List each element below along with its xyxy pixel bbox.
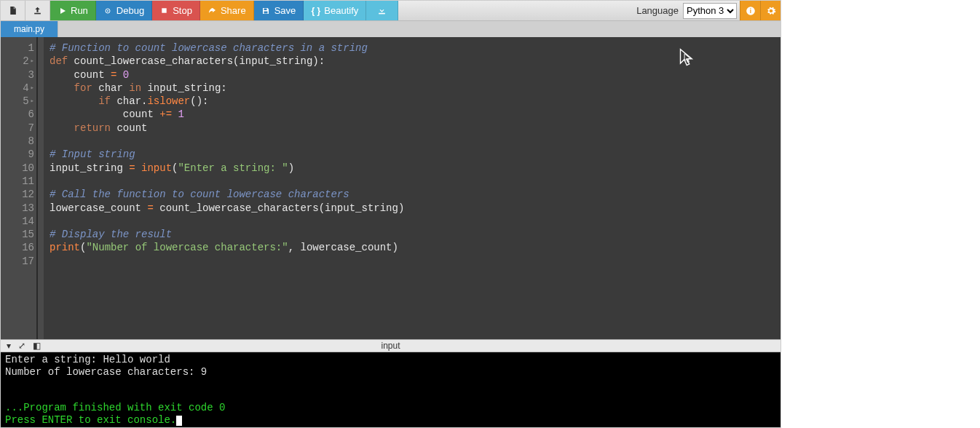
- code-line: # Call the function to count lowercase c…: [50, 189, 349, 200]
- code-token: [50, 95, 98, 107]
- language-label: Language: [632, 1, 683, 20]
- code-token: print: [50, 242, 80, 253]
- code-token: [116, 69, 122, 81]
- code-token: [135, 162, 141, 174]
- console-line: Enter a string: Hello world: [5, 354, 170, 365]
- svg-rect-6: [379, 13, 385, 15]
- tab-label: main.py: [14, 24, 44, 34]
- info-icon: i: [746, 6, 756, 16]
- code-token: ): [288, 162, 294, 174]
- console-finished-line: ...Program finished with exit code 0: [5, 402, 225, 413]
- collapse-console-icon[interactable]: ▾: [7, 341, 11, 351]
- code-token: lowercase_count: [50, 202, 147, 214]
- code-line: # Display the result: [50, 229, 172, 240]
- file-icon: [8, 6, 17, 15]
- debug-icon: [103, 6, 113, 15]
- code-token: return: [74, 122, 111, 134]
- code-token: ():: [190, 95, 208, 107]
- expand-console-icon[interactable]: ⤢: [18, 341, 25, 351]
- code-token: char.: [111, 95, 147, 107]
- line-gutter: 1 2▸ 3 4▸ 5▸ 6 7 8 9 10 11 12 13 14 15 1…: [1, 37, 37, 339]
- beautify-label: Beautify: [324, 5, 358, 16]
- code-token: "Enter a string: ": [178, 162, 288, 174]
- svg-rect-5: [264, 11, 268, 13]
- code-token: 1: [178, 108, 183, 120]
- console-toolbar: ▾ ⤢ ◧ input: [1, 339, 781, 352]
- svg-rect-3: [162, 8, 166, 12]
- new-file-button[interactable]: [1, 1, 25, 20]
- download-button[interactable]: [366, 1, 398, 20]
- code-token: input: [141, 162, 172, 174]
- code-token: if: [98, 95, 111, 107]
- language-select[interactable]: Python 3: [683, 3, 737, 19]
- code-token: input_string: [50, 162, 129, 174]
- code-token: char: [92, 82, 129, 94]
- stop-label: Stop: [173, 5, 192, 16]
- code-token: islower: [147, 95, 190, 107]
- tab-main-py[interactable]: main.py: [1, 21, 58, 37]
- code-token: count: [50, 108, 159, 120]
- debug-button[interactable]: Debug: [96, 1, 152, 20]
- code-token: count: [111, 122, 147, 134]
- code-token: def: [50, 55, 68, 67]
- gear-icon: [766, 6, 776, 16]
- code-token: (input_string):: [233, 55, 325, 67]
- info-button[interactable]: i: [740, 1, 760, 20]
- code-token: =: [129, 162, 135, 174]
- debug-label: Debug: [116, 5, 144, 16]
- code-line: # Function to count lowercase characters…: [50, 42, 368, 54]
- code-token: count_lowercase_characters(input_string): [154, 202, 404, 214]
- save-label: Save: [274, 5, 296, 16]
- save-button[interactable]: Save: [254, 1, 304, 20]
- stop-icon: [159, 6, 169, 15]
- code-token: in: [129, 82, 141, 94]
- code-content[interactable]: # Function to count lowercase characters…: [44, 37, 781, 339]
- code-token: , lowercase_count): [288, 242, 398, 253]
- console-output[interactable]: Enter a string: Hello world Number of lo…: [1, 352, 781, 427]
- code-token: [50, 122, 74, 134]
- svg-rect-0: [34, 13, 41, 15]
- download-icon: [377, 6, 387, 15]
- run-button[interactable]: Run: [50, 1, 96, 20]
- toolbar-spacer: [398, 1, 632, 20]
- code-token: count: [50, 69, 111, 81]
- code-token: =: [147, 202, 153, 214]
- play-icon: [58, 6, 67, 15]
- code-token: for: [74, 82, 92, 94]
- share-icon: [208, 6, 217, 15]
- code-token: 0: [123, 69, 129, 81]
- console-line: Number of lowercase characters: 9: [5, 366, 207, 378]
- code-token: count_lowercase_characters: [68, 55, 233, 67]
- run-label: Run: [71, 5, 88, 16]
- code-token: input_string:: [141, 82, 227, 94]
- code-token: +=: [159, 108, 172, 120]
- upload-icon: [33, 6, 42, 15]
- file-tabs: main.py: [1, 21, 781, 37]
- toolbar: Run Debug Stop Share Save {: [1, 1, 781, 21]
- code-token: "Number of lowercase characters:": [86, 242, 288, 253]
- save-icon: [261, 6, 271, 15]
- console-title: input: [381, 341, 400, 351]
- console-cursor: [176, 416, 182, 426]
- beautify-button[interactable]: { } Beautify: [304, 1, 366, 20]
- svg-point-2: [107, 10, 108, 12]
- share-label: Share: [221, 5, 246, 16]
- svg-rect-4: [264, 8, 267, 10]
- upload-button[interactable]: [25, 1, 50, 20]
- clear-console-icon[interactable]: ◧: [33, 341, 41, 351]
- settings-button[interactable]: [760, 1, 781, 20]
- code-editor[interactable]: 1 2▸ 3 4▸ 5▸ 6 7 8 9 10 11 12 13 14 15 1…: [1, 37, 781, 339]
- code-line: # Input string: [50, 148, 135, 160]
- console-prompt-line: Press ENTER to exit console.: [5, 414, 176, 426]
- share-button[interactable]: Share: [200, 1, 254, 20]
- svg-text:i: i: [749, 7, 751, 14]
- braces-icon: { }: [311, 6, 320, 15]
- fold-strip: [37, 37, 44, 339]
- stop-button[interactable]: Stop: [152, 1, 200, 20]
- code-token: [50, 82, 74, 94]
- ide-app: Run Debug Stop Share Save {: [0, 0, 781, 428]
